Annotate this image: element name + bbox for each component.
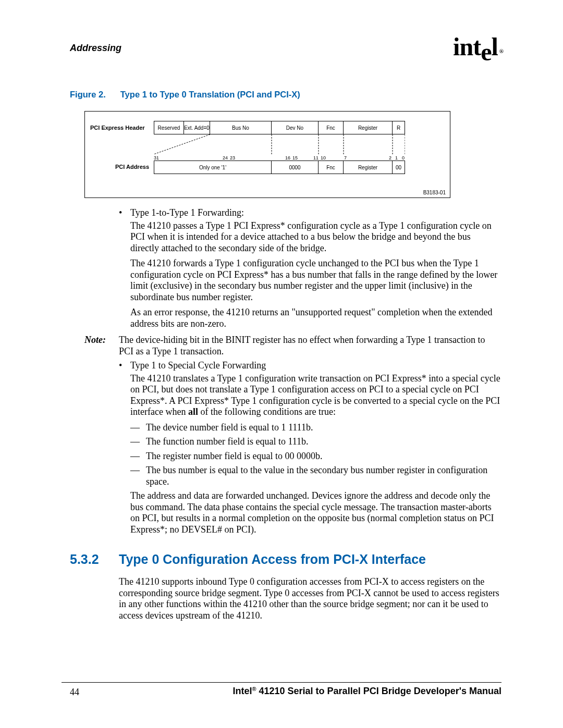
dash-condition-2: The function number field is equal to 11… [130,436,501,448]
paragraph: As an error response, the 41210 returns … [119,307,501,329]
footer-reg: ® [252,686,256,692]
logo-text-e: e [481,38,491,66]
bit-2: 2 [389,155,391,161]
paragraph: The 41210 translates a Type 1 configurat… [119,373,501,418]
dash-condition-4: The bus number is equal to the value in … [130,465,501,487]
bit-7: 7 [344,155,347,161]
cell-register2: Register [344,161,393,174]
cell-onlyone: Only one '1' [154,161,272,174]
logo-text-l: l [491,33,497,60]
footer-title: Intel® 41210 Serial to Parallel PCI Brid… [62,686,501,697]
note-label: Note: [62,335,119,346]
bit-16: 16 [285,155,290,161]
cell-extadd: Ext. Add=0 [184,121,210,134]
bit-15: 15 [292,155,298,161]
cell-fnc2: Fnc [319,161,344,174]
emphasis-all: all [188,406,198,417]
bullet2-title: Type 1 to Special Cycle Forwarding [130,360,266,371]
row2-label: PCI Address [115,164,149,170]
section-heading: 5.3.2Type 0 Configuration Access from PC… [70,552,501,567]
row1-label: PCI Express Header [90,125,145,131]
cell-fnc: Fnc [319,121,344,134]
cell-reserved: Reserved [154,121,184,134]
bit-1: 1 [395,155,398,161]
logo-text-int: int [453,33,481,60]
paragraph: The address and data are forwarded uncha… [119,490,501,535]
paragraph: The 41210 passes a Type 1 PCI Express* c… [119,220,501,254]
cell-0000: 0000 [272,161,319,174]
page-number: 44 [70,687,79,698]
registered-mark: ® [499,48,503,54]
header-section: Addressing [70,43,121,54]
b2p1b: of the following conditions are true: [198,406,336,417]
section-number: 5.3.2 [70,552,119,567]
cell-devno: Dev No [272,121,319,134]
section-body: The 41210 supports inbound Type 0 config… [119,576,501,621]
bit-10: 10 [321,155,326,161]
figure-title: Type 1 to Type 0 Translation (PCI and PC… [120,90,300,99]
cell-register: Register [344,121,393,134]
svg-line-0 [154,134,210,154]
footer-rest: 41210 Serial to Parallel PCI Bridge Deve… [256,686,501,696]
bit-11: 11 [313,155,319,161]
bit-0: 0 [402,155,405,161]
bit-24: 24 [223,155,228,161]
bullet-special-cycle: Type 1 to Special Cycle Forwarding [119,360,501,372]
figure-caption: Figure 2.Type 1 to Type 0 Translation (P… [70,90,501,100]
connector-lines-icon [154,134,405,155]
section-title: Type 0 Configuration Access from PCI-X I… [119,552,426,566]
cell-busno: Bus No [210,121,272,134]
figure-id: B3183-01 [423,190,446,195]
bit-31: 31 [154,155,159,161]
cell-00: 00 [393,161,405,174]
intel-logo: intel® [453,32,501,61]
figure-label: Figure 2. [70,90,106,99]
figure-diagram: PCI Express Header Reserved Ext. Add=0 B… [84,111,450,198]
dash-condition-3: The register number field is equal to 00… [130,451,501,462]
bullet1-title: Type 1-to-Type 1 Forwarding: [130,207,244,218]
dash-condition-1: The device number field is equal to 1 11… [130,422,501,434]
cell-r: R [393,121,405,134]
bit-23: 23 [230,155,235,161]
paragraph: The 41210 forwards a Type 1 configuratio… [119,258,501,303]
note-text: The device-hiding bit in the BINIT regis… [119,335,501,357]
bullet-type1-forwarding: Type 1-to-Type 1 Forwarding: [119,207,501,219]
footer-intel: Intel [232,686,252,696]
